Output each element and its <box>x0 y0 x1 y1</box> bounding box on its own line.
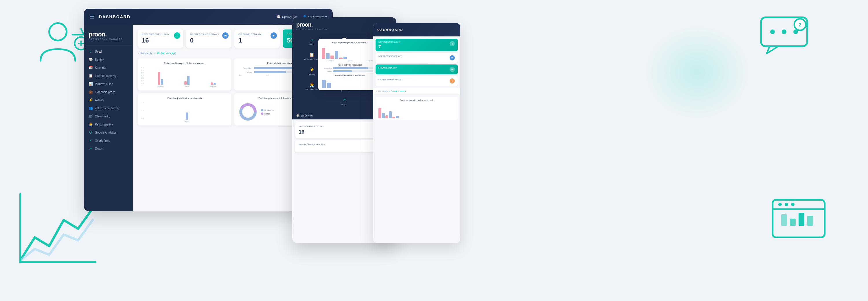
svg-rect-18 <box>790 219 796 226</box>
planner-icon: 📊 <box>89 82 93 86</box>
third-mini-chart <box>378 102 456 118</box>
svg-point-16 <box>791 203 795 206</box>
svg-point-7 <box>770 30 775 34</box>
bars-marec <box>184 69 189 85</box>
legend-dot-november <box>261 109 263 111</box>
mini-bar-1 <box>322 48 325 59</box>
third-breadcrumb: › Koncepty › Pridať koncept <box>373 88 460 95</box>
stat-label-messages: NEPREČÍTANÉ SPRÁVY <box>190 33 227 36</box>
bar-februar-1 <box>211 82 213 85</box>
chart-title-orders: Počet objednávok v mesiacoch <box>141 97 228 99</box>
bar-group-marec: Marec <box>175 69 199 87</box>
logo-subtitle: PROJEKTOVÝ MANAŽER <box>89 38 128 40</box>
svg-text:2: 2 <box>799 22 802 27</box>
bar-label-februar: Február <box>210 85 216 87</box>
mobile-nav-export[interactable]: ↗ Export <box>329 95 360 108</box>
third-stat-tasks: NEVYRIEŠENÉ ÚLOHY 7 ! <box>376 39 458 51</box>
stat-label-announcements: FIREMNÉ OZNAMY <box>239 33 276 36</box>
sidebar-item-uvod[interactable]: ⌂ Úvod <box>84 47 133 56</box>
mini-section-2: Počet aktivít v mesiacoch November Marec <box>320 64 380 72</box>
dashboard-title: DASHBOARD <box>99 14 272 19</box>
h-bar-label-november: November <box>238 67 252 69</box>
chart-card-orders: Počet objednávok v mesiacoch 4.0 3.5 3.0 <box>138 93 231 126</box>
mini-h-bars: November Marec <box>320 67 380 72</box>
sidebar: proon. PROJEKTOVÝ MANAŽER ⌂ Úvod 💬 Správ… <box>84 25 133 211</box>
svg-point-15 <box>785 203 788 206</box>
third-stat-messages: NEPREČÍTANÉ SPRÁVY ✉ <box>376 53 458 63</box>
mini-chart-title-2: Počet aktivít v mesiacoch <box>320 64 380 66</box>
home-icon: ⌂ <box>309 37 314 42</box>
stat-card-tasks: NEVYRIEŠENÉ ÚLOHY 16 ! <box>138 30 183 48</box>
third-dashboard: DASHBOARD NEVYRIEŠENÉ ÚLOHY 7 ! NEPREČÍT… <box>373 23 460 243</box>
stat-badge-announcements: ✉ <box>271 32 277 39</box>
legend-november: November <box>261 109 274 111</box>
bar-oktober-1 <box>158 72 160 85</box>
y-axis-1: 8.0 7.5 7.0 6.5 6.0 5.5 5.0 <box>141 67 145 84</box>
chart-card-tasks: Počet naplánových úloh v mesiacoch 8.0 7… <box>138 58 231 91</box>
chat-icon-sm: 💬 <box>296 114 300 117</box>
mini-bar-4 <box>335 51 338 59</box>
svg-rect-20 <box>807 216 813 226</box>
stat-value-tasks: 16 <box>142 37 179 44</box>
bar-marec-1 <box>184 81 187 85</box>
third-stat-odpracovane: ODPRACOVANÉ HODINY ↑ <box>376 76 458 86</box>
mini-charts-panel: Počet naplánových úloh v mesiacoch Októb… <box>318 39 382 90</box>
h-bar-label-marec: Marec <box>238 71 252 73</box>
bar-chart-2: Marec <box>146 102 228 122</box>
chat-deco-icon: 2 <box>758 14 810 58</box>
stat-badge-tasks: ! <box>174 32 180 39</box>
mini-h-row-2: Marec <box>320 70 380 72</box>
stat-badge-messages: ✉ <box>222 32 228 39</box>
mini-bar-3 <box>331 56 334 59</box>
bar-group-oktober: Október <box>148 69 173 87</box>
sidebar-item-aktivity[interactable]: ⚡ Aktivity <box>84 96 133 104</box>
sidebar-item-zakaznici[interactable]: 👥 Zákazníci a partneri <box>84 104 133 112</box>
calendar-icon: 📅 <box>89 66 93 70</box>
sidebar-item-evidencia[interactable]: 💼 Evidencia práce <box>84 88 133 96</box>
sidebar-item-export[interactable]: ↗ Export <box>84 144 133 153</box>
stat-value-messages: 0 <box>190 37 227 44</box>
svg-rect-19 <box>799 213 804 226</box>
sidebar-item-spravy[interactable]: 💬 Správy <box>84 56 133 64</box>
sidebar-item-analytics[interactable]: G Google Analytics <box>84 128 133 136</box>
chat-icon: 💬 <box>277 15 281 19</box>
bars-orders-1 <box>186 104 188 120</box>
mini-x-labels: Október Marec Február <box>320 60 380 62</box>
donut-chart-svg <box>238 102 258 122</box>
hamburger-button[interactable]: ☰ <box>90 13 94 20</box>
legend-dot-marec <box>261 112 263 115</box>
stat-card-messages: NEPREČÍTANÉ SPRÁVY 0 ✉ <box>186 30 231 48</box>
sidebar-item-planovac[interactable]: 📊 Plánovač úloh <box>84 80 133 88</box>
breadcrumb-arrow: › <box>138 52 138 55</box>
orders-icon: 🛒 <box>89 114 93 118</box>
bar-chart-2-container: 4.0 3.5 3.0 Marec <box>141 102 228 122</box>
third-stat-firemne: FIREMNÉ OZNAMY ✉ <box>376 65 458 74</box>
mobile-messages[interactable]: 💬 Správy (0) <box>296 114 313 117</box>
third-badge-hours: ↑ <box>450 78 455 83</box>
sidebar-item-kalendar[interactable]: 📅 Kalendár <box>84 64 133 72</box>
third-stats: NEVYRIEŠENÉ ÚLOHY 7 ! NEPREČÍTANÉ SPRÁVY… <box>373 36 460 88</box>
svg-point-8 <box>782 30 786 34</box>
third-header: DASHBOARD <box>373 23 460 36</box>
chart-title-tasks: Počet naplánových úloh v mesiacoch <box>141 62 228 65</box>
bar-marec-2 <box>187 76 189 85</box>
sidebar-item-personalistika[interactable]: 🧑‍💼 Personalistika <box>84 120 133 128</box>
mini-chart-title-3: Počet objednávok v mesiacoch <box>320 75 380 77</box>
stat-card-announcements: FIREMNÉ OZNAMY 1 ✉ <box>235 30 280 48</box>
mini-bar-chart-3 <box>320 78 380 88</box>
mini-h-row-1: November <box>320 67 380 69</box>
third-chart-card: Počet naplánových úloh v mesiacoch <box>376 97 458 120</box>
bar-label-oktober: Október <box>157 85 163 87</box>
sidebar-item-overit[interactable]: ✓ Overiť firmu <box>84 136 133 144</box>
mini-chart-title-1: Počet naplánových úloh v mesiacoch <box>320 41 380 43</box>
bar-orders-1 <box>186 112 188 120</box>
work-icon: 💼 <box>89 90 93 94</box>
announcement-icon: 📋 <box>89 74 93 78</box>
sidebar-item-objednavky[interactable]: 🛒 Objednávky <box>84 112 133 120</box>
sidebar-item-firemne[interactable]: 📋 Firemné oznamy <box>84 72 133 80</box>
logo-area: proon. PROJEKTOVÝ MANAŽER <box>84 28 133 45</box>
third-badge-firemne: ✉ <box>450 67 455 72</box>
bar-group-februar: Február <box>201 69 226 87</box>
h-bar-fill-marec <box>254 71 286 73</box>
svg-point-2 <box>49 23 66 40</box>
